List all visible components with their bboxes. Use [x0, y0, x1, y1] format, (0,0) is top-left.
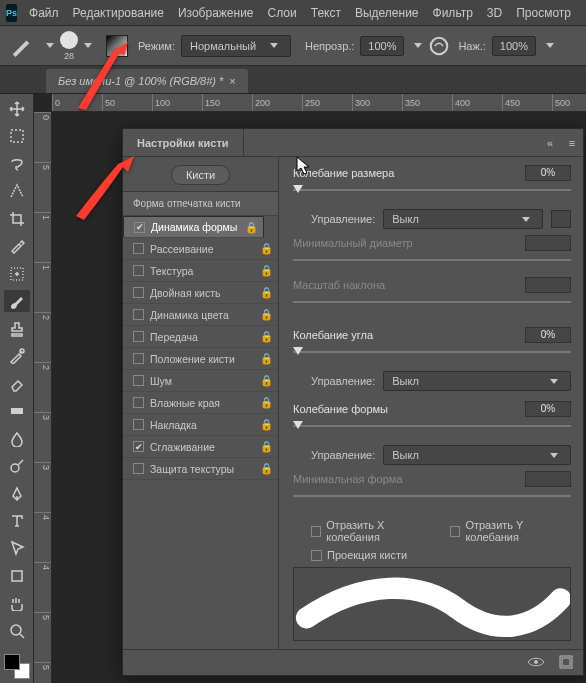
- brushes-button[interactable]: Кисти: [171, 165, 230, 185]
- brush-projection-checkbox[interactable]: Проекция кисти: [311, 549, 407, 561]
- flip-y-checkbox[interactable]: Отразить Y колебания: [450, 519, 571, 543]
- collapse-icon[interactable]: «: [539, 137, 561, 149]
- checkbox-icon[interactable]: [133, 441, 144, 452]
- lock-icon[interactable]: 🔒: [260, 418, 272, 431]
- menu-image[interactable]: Изображение: [178, 6, 254, 20]
- size-jitter-slider[interactable]: [293, 183, 571, 197]
- size-control-select[interactable]: Выкл: [383, 209, 543, 229]
- angle-jitter-slider[interactable]: [293, 345, 571, 359]
- checkbox-icon[interactable]: [133, 463, 144, 474]
- lock-icon[interactable]: 🔒: [260, 330, 272, 343]
- pen-tool[interactable]: [4, 483, 30, 504]
- roundness-jitter-slider[interactable]: [293, 419, 571, 433]
- checkbox-icon[interactable]: [133, 287, 144, 298]
- tool-preset-caret[interactable]: [46, 43, 54, 48]
- stamp-tool[interactable]: [4, 318, 30, 339]
- menu-select[interactable]: Выделение: [355, 6, 419, 20]
- lasso-tool[interactable]: [4, 153, 30, 174]
- blur-tool[interactable]: [4, 428, 30, 449]
- eraser-tool[interactable]: [4, 373, 30, 394]
- brush-option-row[interactable]: Положение кисти🔒: [123, 348, 278, 370]
- brush-caret-icon[interactable]: [84, 43, 92, 48]
- document-tab[interactable]: Без имени-1 @ 100% (RGB/8#) * ×: [46, 69, 248, 93]
- brush-option-row[interactable]: Защита текстуры🔒: [123, 458, 278, 480]
- menu-layers[interactable]: Слои: [268, 6, 297, 20]
- blend-mode-select[interactable]: Нормальный: [181, 35, 291, 57]
- flow-caret[interactable]: [546, 43, 554, 48]
- brush-option-row[interactable]: Динамика формы🔒: [123, 216, 264, 238]
- brush-option-row[interactable]: Влажные края🔒: [123, 392, 278, 414]
- checkbox-icon[interactable]: [133, 353, 144, 364]
- history-brush-tool[interactable]: [4, 345, 30, 366]
- hand-tool[interactable]: [4, 593, 30, 614]
- checkbox-icon[interactable]: [134, 222, 145, 233]
- lock-icon[interactable]: 🔒: [260, 440, 272, 453]
- lock-icon[interactable]: 🔒: [260, 374, 272, 387]
- marquee-tool[interactable]: [4, 125, 30, 146]
- gradient-tool[interactable]: [4, 400, 30, 421]
- checkbox-icon[interactable]: [133, 243, 144, 254]
- checkbox-icon[interactable]: [133, 309, 144, 320]
- dodge-tool[interactable]: [4, 455, 30, 476]
- brush-option-row[interactable]: Рассеивание🔒: [123, 238, 278, 260]
- brush-option-row[interactable]: Двойная кисть🔒: [123, 282, 278, 304]
- panel-menu-icon[interactable]: ≡: [561, 137, 583, 149]
- roundness-control-select[interactable]: Выкл: [383, 445, 571, 465]
- roundness-jitter-value[interactable]: 0%: [525, 401, 571, 417]
- brush-tool[interactable]: [4, 290, 30, 311]
- lock-icon[interactable]: 🔒: [260, 352, 272, 365]
- brush-panel-toggle[interactable]: [106, 35, 128, 57]
- menu-filter[interactable]: Фильтр: [433, 6, 473, 20]
- close-icon[interactable]: ×: [229, 75, 235, 87]
- lock-icon[interactable]: 🔒: [260, 286, 272, 299]
- brush-option-row[interactable]: Текстура🔒: [123, 260, 278, 282]
- move-tool[interactable]: [4, 98, 30, 119]
- brush-option-row[interactable]: Передача🔒: [123, 326, 278, 348]
- flip-x-checkbox[interactable]: Отразить X колебания: [311, 519, 432, 543]
- brush-size-chip[interactable]: 28: [60, 31, 98, 61]
- panel-tab-brush-settings[interactable]: Настройки кисти: [123, 129, 244, 156]
- lock-icon[interactable]: 🔒: [260, 462, 272, 475]
- checkbox-icon[interactable]: [133, 331, 144, 342]
- tool-preset-icon[interactable]: [10, 35, 32, 57]
- crop-tool[interactable]: [4, 208, 30, 229]
- lock-icon[interactable]: 🔒: [260, 396, 272, 409]
- eyedropper-tool[interactable]: [4, 235, 30, 256]
- menu-edit[interactable]: Редактирование: [73, 6, 164, 20]
- lock-icon[interactable]: 🔒: [245, 221, 257, 234]
- checkbox-icon[interactable]: [133, 419, 144, 430]
- shape-tool[interactable]: [4, 565, 30, 586]
- opacity-caret[interactable]: [414, 43, 422, 48]
- angle-control-select[interactable]: Выкл: [383, 371, 571, 391]
- type-tool[interactable]: [4, 510, 30, 531]
- lock-icon[interactable]: 🔒: [260, 264, 272, 277]
- menu-view[interactable]: Просмотр: [516, 6, 571, 20]
- brush-option-row[interactable]: Динамика цвета🔒: [123, 304, 278, 326]
- color-swatches[interactable]: [4, 654, 30, 679]
- new-preset-icon[interactable]: [559, 655, 573, 671]
- brush-option-row[interactable]: Накладка🔒: [123, 414, 278, 436]
- angle-jitter-value[interactable]: 0%: [525, 327, 571, 343]
- pressure-opacity-icon[interactable]: [428, 35, 450, 57]
- size-jitter-value[interactable]: 0%: [525, 165, 571, 181]
- brush-option-row[interactable]: Шум🔒: [123, 370, 278, 392]
- preview-toggle-icon[interactable]: [527, 656, 545, 670]
- zoom-tool[interactable]: [4, 620, 30, 641]
- menu-3d[interactable]: 3D: [487, 6, 502, 20]
- lock-icon[interactable]: 🔒: [260, 308, 272, 321]
- flow-field[interactable]: 100%: [492, 36, 536, 56]
- menu-text[interactable]: Текст: [311, 6, 341, 20]
- menu-file[interactable]: Файл: [29, 6, 59, 20]
- size-control-extra[interactable]: [551, 210, 571, 228]
- checkbox-icon[interactable]: [133, 375, 144, 386]
- checkbox-icon[interactable]: [133, 265, 144, 276]
- path-select-tool[interactable]: [4, 538, 30, 559]
- checkbox-icon[interactable]: [133, 397, 144, 408]
- quick-select-tool[interactable]: [4, 180, 30, 201]
- lock-icon[interactable]: 🔒: [260, 242, 272, 255]
- brush-option-row[interactable]: Сглаживание🔒: [123, 436, 278, 458]
- opacity-field[interactable]: 100%: [360, 36, 404, 56]
- brush-tip-shape-header[interactable]: Форма отпечатка кисти: [123, 192, 278, 216]
- brush-settings-panel: Настройки кисти « ≡ Кисти Форма отпечатк…: [122, 128, 584, 676]
- healing-tool[interactable]: [4, 263, 30, 284]
